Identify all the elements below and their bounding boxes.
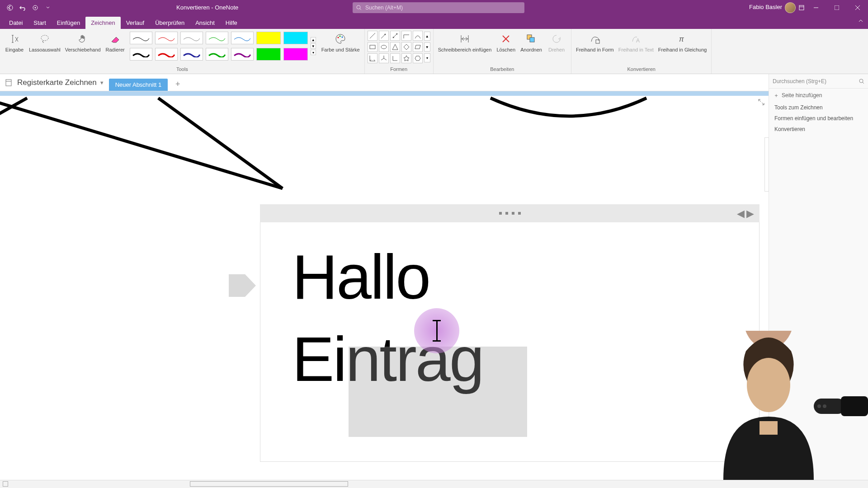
svg-rect-18	[370, 45, 375, 49]
note-next-icon[interactable]: ▶	[746, 208, 754, 220]
hand-button[interactable]: Verschiebehand	[63, 31, 103, 54]
pen-blue-thick[interactable]	[180, 48, 203, 61]
anordnen-button[interactable]: Anordnen	[519, 31, 544, 54]
ink-to-math-icon: π	[675, 32, 690, 46]
tab-ueberpruefen[interactable]: Überprüfen	[150, 17, 190, 29]
add-section-button[interactable]: +	[172, 79, 183, 90]
shape-ellipse[interactable]	[379, 42, 389, 52]
touch-mode-icon[interactable]	[31, 3, 40, 12]
pen-black-thick[interactable]	[130, 48, 152, 61]
page-item-2[interactable]: Konvertieren	[769, 124, 868, 135]
pen-gray-thin[interactable]	[180, 32, 203, 44]
tab-verlauf[interactable]: Verlauf	[121, 17, 150, 29]
expand-icon[interactable]	[758, 99, 766, 107]
note-container[interactable]: ◀ ▶ Hallo Eintrag	[260, 204, 760, 462]
pen-purple-thick[interactable]	[231, 48, 254, 61]
note-header[interactable]: ◀ ▶	[260, 204, 760, 222]
highlighter-magenta[interactable]	[283, 48, 308, 61]
page-thumb[interactable]	[764, 137, 769, 192]
triangle-edge-1	[0, 100, 283, 188]
undo-icon[interactable]	[18, 3, 27, 12]
gallery-more-icon[interactable]: ▾	[311, 50, 316, 55]
add-page-button[interactable]: ＋ Seite hinzufügen	[769, 89, 868, 102]
arrange-icon	[524, 32, 538, 46]
pen-green-thin[interactable]	[206, 32, 228, 44]
shape-diamond[interactable]	[401, 42, 411, 52]
rotate-icon	[549, 32, 564, 46]
group-label-bearbeiten: Bearbeiten	[490, 66, 514, 73]
shape-axis-3d[interactable]	[379, 53, 389, 63]
page-item-1[interactable]: Formen einfügen und bearbeiten	[769, 113, 868, 124]
radierer-button[interactable]: Radierer	[104, 31, 127, 54]
page-search[interactable]: Durchsuchen (Strg+E)	[769, 74, 868, 89]
avatar[interactable]	[785, 2, 796, 13]
drag-handle-icon[interactable]	[499, 212, 521, 215]
close-button[interactable]	[847, 0, 868, 15]
text-selection	[349, 347, 527, 437]
search-box[interactable]: Suchen (Alt+M)	[353, 2, 524, 13]
collapse-ribbon-icon[interactable]	[858, 18, 863, 23]
shape-triangle[interactable]	[390, 42, 400, 52]
qat-dropdown-icon[interactable]	[43, 3, 52, 12]
loeschen-button[interactable]: Löschen	[494, 31, 518, 54]
shape-axis-2d[interactable]	[390, 53, 400, 63]
svg-rect-8	[835, 5, 839, 10]
tab-zeichnen[interactable]: Zeichnen	[85, 17, 120, 29]
shape-parallelogram[interactable]	[413, 42, 423, 52]
section-tab[interactable]: Neuer Abschnitt 1	[109, 79, 168, 91]
shapes-up-icon[interactable]: ▲	[424, 32, 430, 41]
tab-einfuegen[interactable]: Einfügen	[52, 17, 85, 29]
tab-datei[interactable]: Datei	[4, 17, 28, 29]
shape-curve[interactable]	[413, 31, 423, 41]
shape-axis-xy[interactable]	[368, 53, 377, 63]
shape-hexagon[interactable]	[413, 53, 423, 63]
pen-green-thick[interactable]	[206, 48, 228, 61]
maximize-button[interactable]	[826, 0, 847, 15]
group-label-konvertieren: Konvertieren	[627, 66, 656, 73]
search-icon	[859, 79, 864, 84]
shape-elbow[interactable]	[401, 31, 411, 41]
minimize-button[interactable]	[806, 0, 826, 15]
freihand-form-button[interactable]: Freihand in Form	[574, 31, 616, 54]
svg-line-4	[360, 9, 361, 10]
freihand-gleichung-button[interactable]: π Freihand in Gleichung	[656, 31, 709, 54]
tab-hilfe[interactable]: Hilfe	[220, 17, 243, 29]
gallery-down-icon[interactable]: ▼	[311, 43, 316, 49]
user-name[interactable]: Fabio Basler	[749, 4, 782, 10]
lasso-button[interactable]: Lassoauswahl	[27, 31, 62, 54]
shape-star[interactable]	[401, 53, 411, 63]
ribbon-display-icon[interactable]	[798, 5, 805, 11]
shape-line[interactable]	[368, 31, 377, 41]
ribbon-group-tools: Eingabe Lassoauswahl Verschiebehand Radi…	[0, 29, 365, 74]
svg-point-29	[859, 79, 863, 83]
canvas[interactable]: ◀ ▶ Hallo Eintrag	[0, 91, 769, 480]
pen-red-thick[interactable]	[155, 48, 178, 61]
highlighter-green[interactable]	[256, 48, 281, 61]
page-item-0[interactable]: Tools zum Zeichnen	[769, 102, 868, 113]
note-prev-icon[interactable]: ◀	[737, 208, 745, 220]
ribbon-group-bearbeiten: Schreibbereich einfügen Löschen Anordnen…	[434, 29, 571, 74]
gallery-up-icon[interactable]: ▲	[311, 37, 316, 42]
notebook-name[interactable]: Registerkarte Zeichnen ▼	[17, 78, 104, 87]
group-label-formen: Formen	[390, 66, 407, 73]
tab-start[interactable]: Start	[28, 17, 51, 29]
eingabe-button[interactable]: Eingabe	[3, 31, 26, 54]
highlighter-cyan[interactable]	[283, 32, 308, 44]
pen-black-thin[interactable]	[130, 32, 152, 44]
pen-blue-thin[interactable]	[231, 32, 254, 44]
schreibbereich-button[interactable]: Schreibbereich einfügen	[436, 31, 494, 54]
svg-text:A: A	[636, 38, 640, 44]
svg-line-16	[381, 34, 386, 38]
tab-ansicht[interactable]: Ansicht	[190, 17, 220, 29]
shapes-more-icon[interactable]: ▾	[424, 53, 430, 62]
farbe-button[interactable]: Farbe und Stärke	[320, 31, 362, 54]
note-body[interactable]: Hallo Eintrag	[260, 222, 760, 462]
pen-red-thin[interactable]	[155, 32, 178, 44]
shape-double-arrow[interactable]	[390, 31, 400, 41]
note-text-line1[interactable]: Hallo	[292, 236, 727, 318]
shape-rect[interactable]	[368, 42, 377, 52]
highlighter-yellow[interactable]	[256, 32, 281, 44]
shape-arrow[interactable]	[379, 31, 389, 41]
back-icon[interactable]	[5, 3, 14, 12]
shapes-down-icon[interactable]: ▼	[424, 42, 430, 52]
